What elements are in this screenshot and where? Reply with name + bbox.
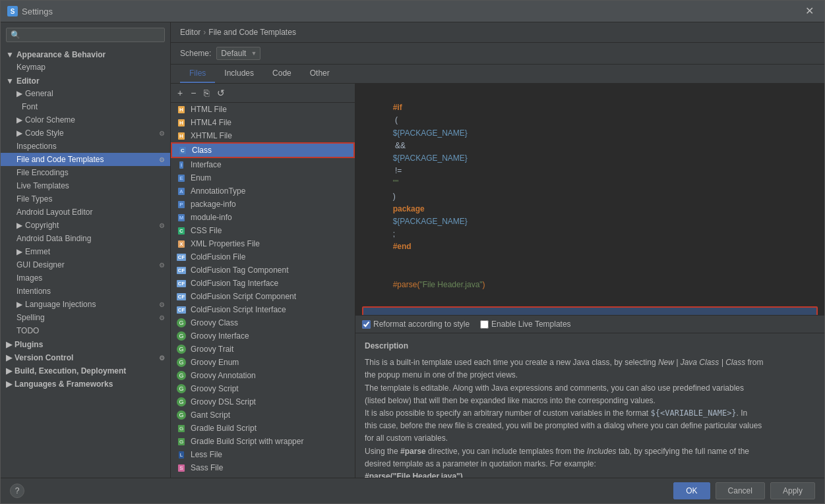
settings-icon: ⚙	[159, 262, 165, 269]
sidebar-item-android-layout[interactable]: Android Layout Editor	[1, 206, 170, 219]
code-editor[interactable]: #if ( ${PACKAGE_NAME} && ${PACKAGE_NAME}…	[355, 84, 824, 315]
sidebar-item-file-encodings[interactable]: File Encodings	[1, 166, 170, 179]
sidebar-item-gui-designer[interactable]: GUI Designer ⚙	[1, 258, 170, 271]
reformat-checkbox-label[interactable]: Reformat according to style	[362, 320, 470, 329]
enable-live-templates-checkbox[interactable]	[480, 320, 489, 329]
sidebar-item-intentions[interactable]: Intentions	[1, 285, 170, 298]
list-item[interactable]: G Gradle Build Script	[171, 422, 355, 435]
list-item[interactable]: G Groovy Script	[171, 382, 355, 395]
html-icon: H	[176, 119, 187, 126]
sidebar-item-file-code-templates[interactable]: File and Code Templates ⚙	[1, 153, 170, 166]
groovy-icon: G	[176, 319, 187, 327]
copy-template-button[interactable]: ⎘	[201, 86, 212, 99]
list-item[interactable]: P package-info	[171, 198, 355, 211]
dialog-body: ▼ Appearance & Behavior Keymap ▼ Editor …	[1, 22, 824, 478]
list-item[interactable]: CF ColdFusion Script Component	[171, 290, 355, 303]
expand-arrow-icon: ▶	[6, 353, 12, 362]
list-item[interactable]: S Sass File	[171, 461, 355, 474]
add-template-button[interactable]: +	[175, 86, 185, 99]
list-item[interactable]: G Gant Script	[171, 408, 355, 422]
list-item[interactable]: CF ColdFusion Script Interface	[171, 303, 355, 316]
sidebar-item-label: File Encodings	[16, 168, 69, 177]
list-item[interactable]: G Groovy Interface	[171, 329, 355, 343]
sidebar-item-copyright[interactable]: ▶ Copyright ⚙	[1, 219, 170, 232]
sidebar-item-label: Code Style	[25, 128, 64, 138]
list-item[interactable]: CF ColdFusion File	[171, 250, 355, 264]
sidebar-item-code-style[interactable]: ▶ Code Style ⚙	[1, 126, 170, 140]
sidebar-item-images[interactable]: Images	[1, 271, 170, 285]
apply-button[interactable]: Apply	[770, 482, 815, 499]
list-item-class[interactable]: C Class	[171, 142, 355, 158]
reformat-checkbox[interactable]	[362, 320, 371, 329]
enable-live-templates-checkbox-label[interactable]: Enable Live Templates	[480, 320, 571, 329]
sidebar-item-editor[interactable]: ▼ Editor	[1, 74, 170, 87]
scheme-label: Scheme:	[180, 49, 211, 58]
search-input[interactable]	[6, 28, 165, 42]
list-item[interactable]: C CSS File	[171, 224, 355, 237]
sidebar-item-spelling[interactable]: Spelling ⚙	[1, 311, 170, 324]
list-item[interactable]: G Gradle Build Script with wrapper	[171, 435, 355, 448]
sidebar-item-plugins[interactable]: ▶ Plugins	[1, 337, 170, 350]
scheme-select-wrapper[interactable]: Default Project	[216, 47, 260, 60]
sidebar-item-general[interactable]: ▶ General	[1, 87, 170, 100]
sidebar-item-file-types[interactable]: File Types	[1, 192, 170, 206]
list-item[interactable]: H XHTML File	[171, 129, 355, 142]
file-list-toolbar: + − ⎘ ↺	[171, 84, 355, 103]
cf-icon: CF	[176, 266, 187, 274]
title-bar-left: S Settings	[7, 6, 53, 16]
cancel-button[interactable]: Cancel	[716, 482, 765, 499]
list-item[interactable]: M module-info	[171, 211, 355, 224]
groovy-icon: G	[176, 385, 187, 393]
tab-includes[interactable]: Includes	[215, 65, 263, 83]
list-item[interactable]: A AnnotationType	[171, 184, 355, 198]
list-item[interactable]: I Interface	[171, 158, 355, 171]
expand-arrow-icon: ▶	[16, 128, 22, 138]
list-item[interactable]: G Groovy DSL Script	[171, 395, 355, 408]
html-icon: H	[176, 105, 187, 113]
sidebar-item-language-injections[interactable]: ▶ Language Injections ⚙	[1, 298, 170, 311]
sidebar-item-color-scheme[interactable]: ▶ Color Scheme	[1, 113, 170, 126]
list-item[interactable]: L Less File	[171, 448, 355, 461]
sidebar-item-version-control[interactable]: ▶ Version Control ⚙	[1, 350, 170, 364]
list-item[interactable]: X XML Properties File	[171, 237, 355, 250]
sidebar: ▼ Appearance & Behavior Keymap ▼ Editor …	[1, 22, 171, 478]
remove-template-button[interactable]: −	[188, 86, 199, 99]
app-icon: S	[7, 6, 18, 16]
ok-button[interactable]: OK	[673, 482, 710, 499]
description-panel: Description This is a built-in template …	[355, 333, 824, 478]
list-item[interactable]: CF ColdFusion Tag Component	[171, 264, 355, 277]
groovy-icon: G	[176, 398, 187, 406]
help-button[interactable]: ?	[10, 484, 24, 498]
list-item[interactable]: G Groovy Class	[171, 316, 355, 329]
list-item[interactable]: H HTML4 File	[171, 116, 355, 129]
list-item[interactable]: CF ColdFusion Tag Interface	[171, 277, 355, 290]
sidebar-item-live-templates[interactable]: Live Templates	[1, 179, 170, 192]
tab-files[interactable]: Files	[180, 65, 215, 83]
interface-icon: I	[176, 161, 187, 169]
list-item[interactable]: G Groovy Enum	[171, 356, 355, 369]
settings-dialog: S Settings ✕ ▼ Appearance & Behavior Key…	[0, 0, 825, 504]
sidebar-item-emmet[interactable]: ▶ Emmet	[1, 245, 170, 258]
expand-arrow-icon: ▶	[16, 247, 22, 256]
css-icon: C	[176, 227, 187, 235]
list-item[interactable]: G Groovy Annotation	[171, 369, 355, 382]
tab-other[interactable]: Other	[301, 65, 339, 83]
sidebar-item-font[interactable]: Font	[1, 100, 170, 113]
sidebar-item-inspections[interactable]: Inspections	[1, 140, 170, 153]
breadcrumb-editor: Editor	[180, 28, 200, 37]
list-item[interactable]: E Enum	[171, 171, 355, 184]
sidebar-item-keymap[interactable]: Keymap	[1, 61, 170, 74]
sidebar-item-build-execution[interactable]: ▶ Build, Execution, Deployment	[1, 364, 170, 377]
scheme-select[interactable]: Default Project	[216, 47, 260, 60]
reset-template-button[interactable]: ↺	[214, 86, 228, 99]
close-button[interactable]: ✕	[801, 5, 818, 18]
main-panel: + − ⎘ ↺ H HTML File H	[171, 84, 824, 478]
sidebar-item-android-data-binding[interactable]: Android Data Binding	[1, 232, 170, 245]
list-item[interactable]: G Groovy Trait	[171, 343, 355, 356]
sidebar-item-todo[interactable]: TODO	[1, 324, 170, 337]
tab-code[interactable]: Code	[263, 65, 301, 83]
title-bar: S Settings ✕	[1, 1, 824, 22]
list-item[interactable]: H HTML File	[171, 103, 355, 116]
sidebar-item-appearance[interactable]: ▼ Appearance & Behavior	[1, 47, 170, 61]
sidebar-item-languages[interactable]: ▶ Languages & Frameworks	[1, 377, 170, 390]
